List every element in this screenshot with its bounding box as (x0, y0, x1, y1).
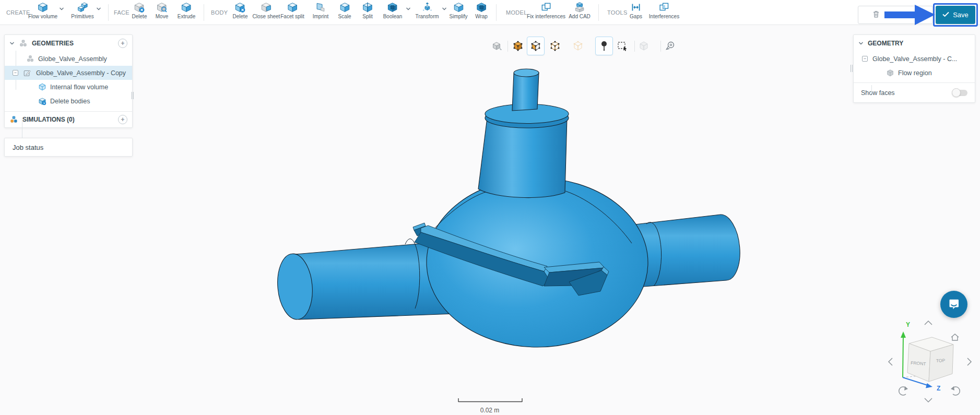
face-extrude-button[interactable]: Extrude (178, 2, 195, 19)
tree-item-internal-flow-volume[interactable]: Internal flow volume (5, 80, 132, 94)
split-button[interactable]: Split (362, 2, 373, 19)
navigation-cube[interactable]: Y X Z FRONT TOP (882, 311, 980, 415)
tree-item-flow-region[interactable]: Flow region (854, 66, 975, 80)
add-simulation-button[interactable]: + (118, 115, 127, 124)
wrap-button[interactable]: Wrap (475, 2, 488, 19)
flow-volume-op-icon (38, 83, 46, 91)
imprint-icon (313, 2, 329, 13)
isolate-cube-icon (638, 40, 650, 52)
primitives-button[interactable]: Primitives (71, 2, 93, 19)
transform-icon (415, 2, 439, 13)
check-icon (942, 11, 949, 19)
imprint-button[interactable]: Imprint (313, 2, 329, 19)
view-cube[interactable]: FRONT TOP (907, 337, 953, 382)
facet-split-button[interactable]: Facet split (280, 2, 304, 19)
face-delete-button[interactable]: Delete (132, 2, 147, 19)
body-delete-button[interactable]: Delete (233, 2, 248, 19)
add-cad-button[interactable]: Add CAD (569, 2, 591, 19)
simulations-header[interactable]: SIMULATIONS (0) + (5, 111, 132, 127)
chat-support-button[interactable] (940, 291, 967, 318)
select-faces-icon (530, 40, 541, 52)
tree-item-delete-bodies[interactable]: Delete bodies (5, 94, 132, 108)
measure-button[interactable] (662, 37, 679, 55)
facet-split-icon (280, 2, 304, 13)
flow-volume-button[interactable]: Flow volume (28, 2, 57, 19)
section-label-model: MODEL (506, 9, 527, 16)
show-faces-toggle[interactable] (953, 90, 967, 96)
show-faces-label: Show faces (861, 89, 895, 97)
box-select-button[interactable] (613, 37, 631, 55)
rotate-up-button[interactable] (925, 321, 932, 325)
boolean-button[interactable]: Boolean (383, 2, 403, 19)
geometries-icon (19, 39, 28, 48)
transform-button[interactable]: Transform (415, 2, 439, 19)
left-panel-resize-handle[interactable] (132, 92, 134, 99)
boolean-icon (383, 2, 403, 13)
interferences-button[interactable]: Interferences (649, 2, 679, 19)
probe-point-button[interactable] (595, 37, 613, 55)
face-move-button[interactable]: Move (156, 2, 168, 19)
select-vertices-icon (572, 40, 584, 52)
close-sheet-button[interactable]: Close sheet (253, 2, 280, 19)
render-mode-cube-icon (491, 40, 503, 52)
select-edges-icon (549, 40, 561, 52)
transform-dropdown-icon[interactable] (442, 7, 447, 11)
rotate-down-button[interactable] (925, 398, 932, 402)
simulations-icon (9, 115, 18, 124)
primitives-dropdown-icon[interactable] (96, 7, 101, 11)
main-toolbar: CREATE FACE BODY MODEL TOOLS Flow volume… (0, 0, 980, 25)
roll-ccw-button[interactable] (899, 386, 908, 395)
axis-y-label: Y (906, 321, 910, 328)
geometry-header[interactable]: GEOMETRY (854, 35, 975, 52)
section-label-tools: TOOLS (607, 9, 628, 16)
delete-bodies-icon (38, 97, 46, 105)
rotate-left-button[interactable] (889, 358, 892, 365)
tree-item-globe-valve-assembly-copy[interactable]: − Globe_Valve_Assembly - Copy (5, 66, 132, 80)
axis-z-label: Z (937, 385, 940, 392)
roll-cw-button[interactable] (951, 386, 960, 395)
boolean-dropdown-icon[interactable] (406, 7, 411, 11)
cube-front-label: FRONT (911, 360, 926, 366)
fix-interferences-button[interactable]: Fix interferences (527, 2, 565, 19)
primitives-icon (71, 2, 93, 13)
geometry-icon (26, 55, 34, 63)
tree-item-geometry-root[interactable]: − Globe_Valve_Assembly - C... (854, 52, 975, 66)
job-status-panel[interactable]: Job status (4, 138, 133, 157)
delete-draft-button[interactable]: Delete draft (858, 6, 933, 24)
flow-volume-dropdown-icon[interactable] (59, 7, 64, 11)
tree-item-globe-valve-assembly[interactable]: Globe_Valve_Assembly (5, 52, 132, 66)
simplify-icon (449, 2, 467, 13)
scale-bar-label: 0.02 m (453, 407, 526, 414)
select-volumes-icon (512, 40, 524, 52)
right-panel-resize-handle[interactable] (851, 65, 853, 72)
chevron-down-icon (858, 41, 864, 45)
rotate-right-button[interactable] (967, 358, 971, 365)
body-delete-icon (233, 2, 248, 13)
select-vertices-button[interactable] (569, 37, 587, 55)
select-edges-button[interactable] (546, 37, 564, 55)
scene-tree-panel: GEOMETRIES + Globe_Valve_Assembly − Glob… (4, 34, 133, 128)
collapse-icon[interactable]: − (13, 70, 18, 76)
select-volumes-button[interactable] (509, 37, 527, 55)
3d-viewport-model[interactable] (0, 25, 980, 415)
isolate-button[interactable] (635, 37, 653, 55)
chat-bubble-icon (948, 298, 960, 311)
fix-interferences-icon (527, 2, 565, 13)
simplify-button[interactable]: Simplify (449, 2, 467, 19)
render-mode-button[interactable] (488, 37, 506, 55)
geometries-header[interactable]: GEOMETRIES + (5, 35, 132, 52)
scale-bar-line (453, 398, 526, 403)
collapse-icon[interactable]: − (862, 56, 868, 62)
box-select-icon (617, 40, 628, 52)
add-geometry-button[interactable]: + (118, 39, 127, 48)
home-view-button[interactable] (951, 334, 959, 340)
save-button[interactable]: Save (936, 6, 975, 24)
select-faces-button[interactable] (527, 37, 545, 55)
trash-icon (871, 9, 881, 20)
gaps-button[interactable]: Gaps (630, 2, 642, 19)
wrap-icon (475, 2, 488, 13)
face-move-icon (156, 2, 168, 13)
scale-button[interactable]: Scale (338, 2, 351, 19)
probe-pin-icon (598, 40, 610, 52)
globe-valve-model[interactable] (275, 69, 740, 347)
